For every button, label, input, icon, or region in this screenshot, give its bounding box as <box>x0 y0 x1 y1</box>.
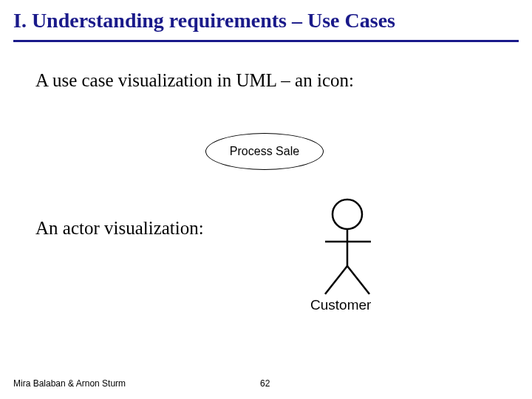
footer-authors: Mira Balaban & Arnon Sturm <box>13 378 126 389</box>
slide-title: I. Understanding requirements – Use Case… <box>13 9 395 33</box>
use-case-ellipse: Process Sale <box>205 133 324 170</box>
svg-point-0 <box>332 200 362 229</box>
use-case-label: Process Sale <box>230 145 299 158</box>
body-text-use-case: A use case visualization in UML – an ico… <box>35 70 354 91</box>
svg-line-4 <box>347 266 369 294</box>
body-text-actor: An actor visualization: <box>35 218 204 239</box>
title-divider <box>13 40 519 42</box>
footer-page-number: 62 <box>260 378 270 389</box>
svg-line-3 <box>325 266 347 294</box>
actor-label: Customer <box>310 297 371 313</box>
